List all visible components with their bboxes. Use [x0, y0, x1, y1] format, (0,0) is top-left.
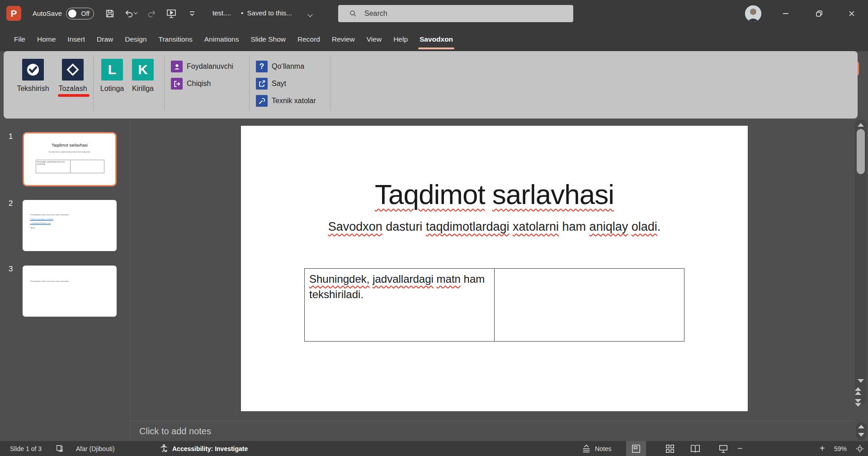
powerpoint-logo-icon[interactable]: P: [6, 6, 21, 21]
mini-slide-subtitle: Savodxon dasturi taqdimotlardagi xatolar…: [24, 151, 115, 153]
tab-insert[interactable]: Insert: [61, 27, 91, 51]
scroll-up-icon: [858, 123, 864, 127]
language-button[interactable]: Afar (Djibouti): [76, 441, 115, 456]
slide-title[interactable]: Taqdimot sarlavhasi: [241, 178, 748, 210]
zoom-out-button[interactable]: −: [737, 441, 743, 456]
mini-bullet-link: https://savodxon.uz/tahrir: [30, 217, 69, 222]
tozalash-label: Tozalash: [58, 85, 87, 93]
mini-slide-title: Taqdimot sarlavhasi: [24, 143, 115, 147]
double-down-icon: [855, 403, 861, 407]
file-name[interactable]: test....: [212, 9, 231, 17]
autosave-toggle[interactable]: Off: [66, 8, 94, 19]
kirillga-button[interactable]: K Kirillga: [127, 59, 159, 93]
accessibility-icon: [159, 444, 169, 453]
tab-record[interactable]: Record: [292, 27, 326, 51]
tekshirish-button[interactable]: Tekshirish: [17, 59, 49, 93]
zoom-in-button[interactable]: +: [820, 441, 825, 456]
search-icon: [349, 10, 357, 18]
scrollbar-thumb[interactable]: [857, 129, 865, 174]
tab-file[interactable]: File: [8, 27, 31, 51]
ribbon-panel-savodxon: Tekshirish Tozalash Imlo L Lotinga K Kir…: [4, 51, 858, 119]
notes-pane[interactable]: Click to add notes: [130, 421, 854, 441]
fit-to-window-icon: [855, 444, 864, 453]
undo-button[interactable]: [120, 6, 141, 21]
fit-slide-to-window-button[interactable]: [853, 441, 867, 456]
notes-scroll-up-icon[interactable]: [858, 425, 864, 428]
texnik-xatolar-button[interactable]: Texnik xatolar: [256, 95, 316, 107]
next-slide-button[interactable]: [855, 399, 867, 407]
minimize-button[interactable]: [777, 5, 795, 22]
powerpoint-window: P AutoSave Off: [0, 0, 868, 456]
zoom-level-text: 59%: [834, 445, 847, 452]
saved-separator: •: [241, 9, 243, 17]
slide-3-thumbnail[interactable]: Paxtakorlar olma asal anor xamir nok don…: [23, 266, 117, 317]
tab-savodxon-active[interactable]: Savodxon: [414, 27, 459, 51]
notes-scroll-down-icon[interactable]: [858, 433, 864, 437]
lotinga-button[interactable]: L Lotinga: [96, 59, 128, 93]
slide-table-cell-right[interactable]: [495, 269, 684, 341]
foydalanuvchi-label: Foydalanuvchi: [187, 62, 233, 71]
saved-status[interactable]: • Saved to this...: [241, 9, 292, 17]
tab-animations[interactable]: Animations: [198, 27, 245, 51]
search-input[interactable]: Search: [338, 5, 573, 22]
customize-qat-icon: [189, 10, 196, 17]
logout-icon: [173, 80, 181, 88]
tab-review[interactable]: Review: [326, 27, 361, 51]
group-separator: [93, 56, 94, 111]
slide-indicator[interactable]: Slide 1 of 3: [10, 441, 42, 456]
slideshow-view-icon: [718, 444, 728, 454]
sayt-button[interactable]: Sayt: [256, 78, 286, 90]
tab-slide-show[interactable]: Slide Show: [245, 27, 292, 51]
slide-table[interactable]: Shuningdek, jadvallardagi matn ham teksh…: [304, 268, 684, 342]
slide-indicator-text: Slide 1 of 3: [10, 445, 42, 452]
close-button[interactable]: [843, 5, 861, 22]
spellcheck-status-button[interactable]: [55, 441, 64, 456]
previous-slide-button[interactable]: [855, 387, 867, 395]
slide-canvas[interactable]: Taqdimot sarlavhasi Savodxon dasturi taq…: [241, 126, 748, 411]
user-avatar[interactable]: [745, 5, 761, 22]
accessibility-text: Accessibility: Investigate: [172, 445, 248, 452]
tab-transitions[interactable]: Transitions: [153, 27, 198, 51]
lotinga-label: Lotinga: [100, 85, 124, 93]
slideshow-view-button[interactable]: [713, 441, 733, 456]
accessibility-button[interactable]: Accessibility: Investigate: [159, 441, 248, 456]
redo-button-disabled: [144, 6, 159, 21]
tab-home[interactable]: Home: [31, 27, 61, 51]
customize-quick-access-toolbar-button[interactable]: [184, 6, 200, 21]
group-separator: [330, 56, 330, 111]
slide-sorter-view-button[interactable]: [660, 441, 680, 456]
minimize-icon: [782, 10, 789, 17]
language-text: Afar (Djibouti): [76, 445, 115, 452]
undo-dropdown-chevron-icon[interactable]: [134, 10, 137, 14]
save-button[interactable]: [102, 6, 118, 21]
slide-subtitle[interactable]: Savodxon dasturi taqdimotlardagi xatolar…: [241, 220, 748, 234]
normal-view-button[interactable]: [626, 441, 646, 456]
zoom-level[interactable]: 59%: [834, 441, 847, 456]
scroll-down-button[interactable]: [855, 379, 867, 383]
tozalash-button[interactable]: Tozalash: [57, 59, 89, 93]
restore-button[interactable]: [810, 5, 828, 22]
tab-design[interactable]: Design: [119, 27, 152, 51]
chiqish-button[interactable]: Chiqish: [171, 78, 211, 90]
slide-table-cell-left[interactable]: Shuningdek, jadvallardagi matn ham teksh…: [305, 269, 495, 341]
slide-2-thumbnail[interactable]: Paxtakorlar olma asal anor xamir nok don…: [23, 200, 117, 251]
slide-1-thumbnail[interactable]: Taqdimot sarlavhasi Savodxon dasturi taq…: [23, 132, 117, 186]
panel-divider[interactable]: [130, 119, 130, 441]
saved-status-chevron-icon[interactable]: [308, 10, 312, 18]
notes-scrollbar[interactable]: [856, 422, 867, 440]
mini-bullet-list: Paxtakorlar olma asal anor xamir nok don…: [30, 279, 69, 284]
start-slideshow-button[interactable]: [164, 6, 179, 21]
scroll-up-button[interactable]: [855, 123, 867, 127]
tab-view[interactable]: View: [361, 27, 387, 51]
qollanma-button[interactable]: ? Qo‘llanma: [256, 61, 304, 72]
mini-table-cell: Shuningdek, jadvallardagi matn ham teksh…: [36, 160, 71, 173]
tab-draw[interactable]: Draw: [91, 27, 119, 51]
foydalanuvchi-button[interactable]: Foydalanuvchi: [171, 61, 233, 72]
notes-placeholder[interactable]: Click to add notes: [139, 426, 211, 437]
reading-view-button[interactable]: [685, 441, 705, 456]
ribbon-tabs-row: File Home Insert Draw Design Transitions…: [0, 27, 868, 51]
notes-toggle-label: Notes: [595, 445, 612, 452]
notes-toggle-button[interactable]: Notes: [581, 441, 612, 456]
tab-help[interactable]: Help: [387, 27, 414, 51]
qollanma-label: Qo‘llanma: [272, 62, 304, 71]
